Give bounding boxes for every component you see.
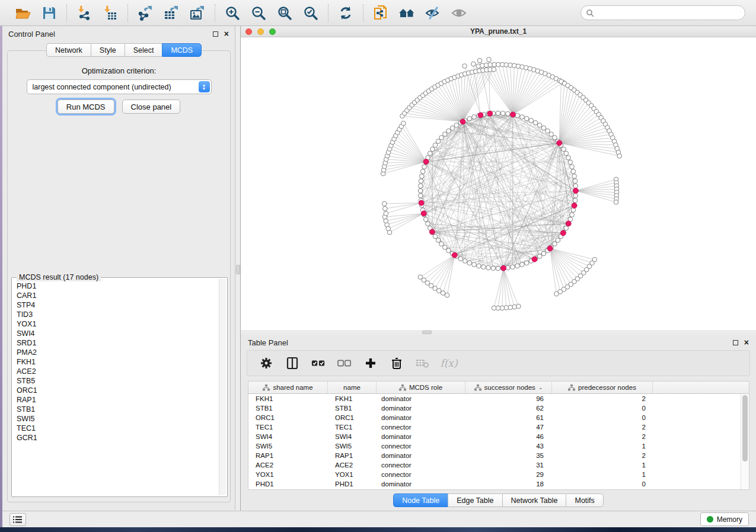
dominator-node[interactable]	[532, 257, 537, 262]
zoom-fit-icon[interactable]	[275, 3, 295, 23]
tab-edge-table[interactable]: Edge Table	[448, 493, 502, 507]
dominator-node[interactable]	[572, 203, 577, 209]
network-window-titlebar[interactable]: YPA_prune.txt_1	[241, 26, 756, 37]
dominator-node[interactable]	[430, 229, 435, 235]
dominator-node[interactable]	[421, 211, 426, 216]
import-table-icon[interactable]	[100, 3, 120, 23]
zoom-out-icon[interactable]	[248, 3, 269, 23]
mcds-result-item[interactable]: PMA2	[17, 348, 219, 357]
dominator-node[interactable]	[547, 246, 553, 251]
dominator-node[interactable]	[419, 200, 424, 206]
mcds-result-item[interactable]: TID3	[17, 310, 219, 319]
mcds-result-item[interactable]: FKH1	[17, 357, 219, 367]
mcds-result-item[interactable]: SWI5	[17, 414, 219, 424]
dominator-node[interactable]	[478, 113, 483, 118]
horizontal-splitter-handle[interactable]	[422, 331, 432, 334]
network-graph-canvas[interactable]	[241, 37, 756, 330]
export-network-icon[interactable]	[135, 3, 155, 23]
mcds-result-item[interactable]: GCR1	[17, 433, 219, 443]
float-table-panel-icon[interactable]	[733, 340, 738, 345]
close-panel-button[interactable]: Close panel	[122, 100, 181, 114]
column-header-shared-name[interactable]: shared name	[248, 382, 328, 393]
function-builder-icon[interactable]: f(x)	[442, 356, 456, 370]
tab-node-table[interactable]: Node Table	[393, 493, 448, 507]
table-row[interactable]: ORC1ORC1dominator610	[248, 413, 749, 422]
dominator-node[interactable]	[560, 230, 566, 236]
mcds-result-item[interactable]: SRD1	[17, 338, 219, 348]
mcds-result-list[interactable]: PHD1CAR1STP4TID3YOX1SWI4SRD1PMA2FKH1ACE2…	[13, 279, 219, 495]
mcds-result-item[interactable]: YOX1	[17, 319, 219, 329]
save-session-icon[interactable]	[39, 3, 59, 23]
column-header-successor-nodes[interactable]: successor nodes⌄	[465, 382, 552, 393]
table-settings-icon[interactable]	[259, 356, 273, 370]
show-all-icon[interactable]	[449, 3, 469, 23]
mcds-result-item[interactable]: TEC1	[17, 424, 219, 433]
delete-icon[interactable]	[390, 356, 404, 370]
search-box[interactable]	[580, 5, 745, 20]
table-row[interactable]: SWI5SWI5connector431	[248, 441, 749, 451]
vertical-splitter-handle[interactable]	[236, 265, 240, 274]
mcds-result-item[interactable]: ORC1	[17, 386, 219, 395]
dominator-node[interactable]	[460, 119, 465, 124]
delete-table-icon[interactable]	[416, 356, 430, 370]
dominator-node[interactable]	[566, 221, 571, 226]
zoom-in-icon[interactable]	[222, 3, 243, 23]
mcds-list-scrollbar[interactable]	[219, 279, 226, 495]
dominator-node[interactable]	[487, 111, 493, 116]
table-row[interactable]: TEC1TEC1connector472	[248, 422, 749, 432]
hide-selected-icon[interactable]	[423, 3, 443, 23]
mcds-result-item[interactable]: SWI4	[17, 329, 219, 338]
tab-motifs[interactable]: Motifs	[566, 493, 603, 507]
horizontal-splitter[interactable]	[241, 330, 756, 335]
tab-network-table[interactable]: Network Table	[502, 493, 566, 507]
dominator-node[interactable]	[452, 252, 457, 258]
select-all-icon[interactable]	[311, 356, 326, 370]
mcds-result-item[interactable]: CAR1	[17, 291, 219, 300]
dominator-node[interactable]	[557, 140, 562, 146]
deselect-all-icon[interactable]	[337, 356, 352, 370]
dominator-node[interactable]	[423, 159, 429, 165]
mcds-result-item[interactable]: STP4	[17, 300, 219, 310]
optimization-criterion-select[interactable]: largest connected component (undirected)…	[27, 79, 212, 94]
new-network-from-selection-icon[interactable]	[371, 3, 391, 23]
tab-style[interactable]: Style	[91, 43, 125, 57]
open-file-icon[interactable]	[13, 3, 33, 23]
table-row[interactable]: ACE2ACE2connector311	[248, 460, 749, 470]
mcds-result-item[interactable]: STB5	[17, 376, 219, 386]
table-row[interactable]: RAP1RAP1dominator352	[248, 451, 749, 460]
float-panel-icon[interactable]	[213, 31, 218, 37]
export-image-icon[interactable]	[187, 3, 208, 23]
first-neighbors-icon[interactable]	[397, 3, 417, 23]
table-row[interactable]: PHD1PHD1dominator180	[248, 479, 749, 489]
column-header-predecessor-nodes[interactable]: predecessor nodes	[552, 382, 653, 393]
table-row[interactable]: YOX1YOX1connector291	[248, 470, 749, 479]
mcds-result-item[interactable]: ACE2	[17, 367, 219, 376]
table-row[interactable]: FKH1FKH1dominator962	[248, 394, 749, 403]
refresh-icon[interactable]	[336, 3, 356, 23]
tab-mcds[interactable]: MCDS	[162, 43, 202, 57]
mcds-result-item[interactable]: RAP1	[17, 395, 219, 405]
tab-select[interactable]: Select	[125, 43, 162, 57]
memory-button[interactable]: Memory	[700, 512, 749, 526]
zoom-selected-icon[interactable]	[301, 3, 321, 23]
column-header-MCDS-role[interactable]: MCDS role	[377, 382, 465, 393]
show-columns-icon[interactable]	[285, 356, 299, 370]
import-network-icon[interactable]	[74, 3, 94, 23]
tab-network[interactable]: Network	[46, 43, 91, 57]
task-history-button[interactable]	[9, 513, 26, 526]
table-row[interactable]: STB1STB1dominator620	[248, 403, 749, 413]
column-header-name[interactable]: name	[328, 382, 377, 393]
dominator-node[interactable]	[501, 265, 506, 271]
table-scrollbar[interactable]	[741, 394, 749, 489]
close-panel-icon[interactable]: ×	[224, 31, 229, 37]
table-row[interactable]: SWI4SWI4dominator462	[248, 432, 749, 441]
table-scrollbar-thumb[interactable]	[742, 395, 748, 462]
dominator-node[interactable]	[511, 112, 516, 117]
export-table-icon[interactable]	[161, 3, 181, 23]
dominator-node[interactable]	[573, 188, 579, 194]
close-table-panel-icon[interactable]: ×	[744, 340, 749, 345]
search-input[interactable]	[597, 9, 740, 17]
run-mcds-button[interactable]: Run MCDS	[58, 100, 114, 114]
mcds-result-item[interactable]: PHD1	[17, 281, 219, 291]
mcds-result-item[interactable]: STB1	[17, 405, 219, 414]
